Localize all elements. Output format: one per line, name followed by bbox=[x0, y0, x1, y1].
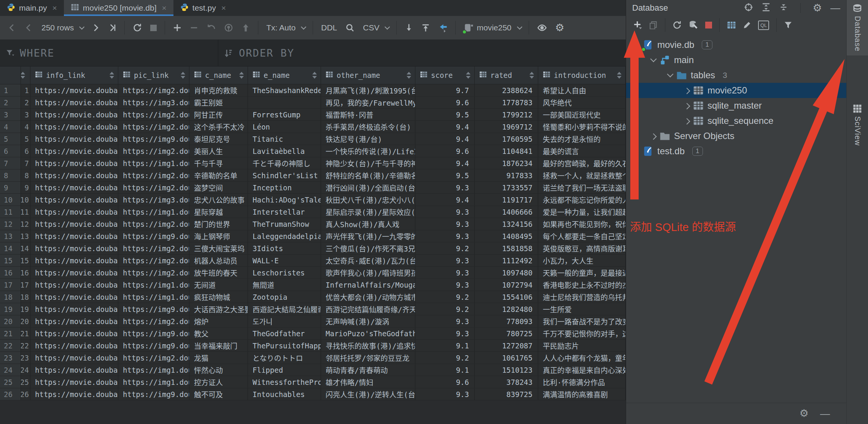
column-header-c_name[interactable]: c_name bbox=[189, 66, 248, 84]
table-cell[interactable]: 917833 bbox=[475, 169, 538, 181]
settings-button[interactable]: ⚙ bbox=[551, 19, 569, 36]
table-cell[interactable]: 1581858 bbox=[475, 242, 538, 254]
open-table-editor-button[interactable] bbox=[723, 17, 739, 33]
table-cell[interactable]: 9.3 bbox=[415, 218, 475, 230]
table-cell[interactable]: Laleggendadelpia… bbox=[248, 230, 321, 242]
table-cell[interactable]: 英俊版憨豆，高情商版谢耳朵 bbox=[538, 242, 626, 254]
table-cell[interactable]: ForrestGump bbox=[248, 109, 321, 120]
next-page-button[interactable] bbox=[87, 19, 104, 36]
expand-all-button[interactable] bbox=[761, 3, 771, 13]
table-cell[interactable]: 每个人都要走一条自己坚定了的 bbox=[538, 230, 626, 242]
table-cell[interactable]: https://img9.dou… bbox=[118, 340, 189, 351]
table-cell[interactable]: 比利·怀德满分作品 bbox=[538, 376, 626, 388]
table-cell[interactable]: 一生所爱 bbox=[538, 303, 626, 315]
table-row[interactable]: 44https://movie.douban…https://img2.dou…… bbox=[0, 121, 626, 133]
filter-datasource-button[interactable] bbox=[781, 17, 796, 33]
table-cell[interactable]: Interstellar bbox=[248, 206, 321, 218]
table-row[interactable]: 22https://movie.douban…https://img3.dou…… bbox=[0, 97, 626, 109]
table-cell[interactable]: 我们一路奋战不是为了改变世界 bbox=[538, 315, 626, 327]
table-cell[interactable]: https://img9.dou… bbox=[118, 327, 189, 339]
table-cell[interactable]: 星际启示录(港)/星际效应(台) bbox=[321, 206, 415, 218]
table-cell[interactable]: 香港电影史上永不过时的杰作 bbox=[538, 279, 626, 291]
stop-connection-button[interactable] bbox=[702, 17, 715, 33]
table-selector[interactable]: movie250 bbox=[459, 19, 525, 36]
page-size-selector[interactable]: 250 rows bbox=[37, 19, 87, 36]
table-cell[interactable]: 如果再也不能见到你，祝你早安 bbox=[538, 218, 626, 230]
table-cell[interactable]: https://movie.douban… bbox=[30, 133, 118, 145]
chevron-right-icon[interactable] bbox=[684, 103, 690, 109]
table-cell[interactable]: https://movie.douban… bbox=[30, 84, 118, 96]
table-cell[interactable]: 控方证人 bbox=[189, 376, 248, 388]
table-cell[interactable]: 1778783 bbox=[475, 97, 538, 108]
table-cell[interactable]: 1112492 bbox=[475, 255, 538, 266]
close-icon[interactable]: × bbox=[52, 3, 57, 13]
search-button[interactable] bbox=[341, 19, 359, 36]
table-cell[interactable]: 9.2 bbox=[415, 303, 475, 315]
table-cell[interactable]: 1406666 bbox=[475, 206, 538, 218]
table-row[interactable]: 66https://movie.douban…https://img2.dou…… bbox=[0, 145, 626, 157]
table-cell[interactable]: 9.1 bbox=[415, 364, 475, 376]
table-cell[interactable]: 一个快乐的传说(港)/LifeIs… bbox=[321, 145, 415, 157]
stop-button[interactable] bbox=[146, 19, 161, 36]
table-cell[interactable]: となりのトトロ bbox=[248, 352, 321, 364]
column-header-pic_link[interactable]: pic_link bbox=[118, 66, 189, 84]
table-cell[interactable]: 1876234 bbox=[475, 157, 538, 169]
table-row[interactable]: 1616https://movie.douban…https://img2.do… bbox=[0, 267, 626, 279]
table-cell[interactable]: 9.2 bbox=[415, 352, 475, 364]
table-cell[interactable]: 教父 bbox=[189, 327, 248, 339]
table-cell[interactable]: 9.3 bbox=[415, 267, 475, 278]
table-cell[interactable]: 1104841 bbox=[475, 145, 538, 157]
edit-button[interactable] bbox=[739, 17, 755, 33]
table-cell[interactable]: 無間道 bbox=[248, 279, 321, 291]
table-cell[interactable]: TheGodfather bbox=[248, 327, 321, 339]
table-row[interactable]: 1717https://movie.douban…https://img1.do… bbox=[0, 279, 626, 291]
table-cell[interactable]: https://img2.dou… bbox=[118, 315, 189, 327]
table-cell[interactable]: 优兽大都会(港)/动物方城市(台 bbox=[321, 291, 415, 303]
tab-main-py[interactable]: main.py × bbox=[0, 0, 64, 16]
table-cell[interactable]: 9.4 bbox=[415, 157, 475, 169]
table-cell[interactable]: 盗梦空间 bbox=[189, 182, 248, 193]
table-cell[interactable]: 9.6 bbox=[415, 97, 475, 108]
table-cell[interactable]: 千与千寻 bbox=[189, 157, 248, 169]
table-cell[interactable]: 泰坦尼克号 bbox=[189, 133, 248, 145]
close-icon[interactable]: × bbox=[162, 3, 167, 13]
table-cell[interactable]: https://movie.douban… bbox=[30, 255, 118, 266]
table-cell[interactable]: 机器人总动员 bbox=[189, 255, 248, 266]
table-cell[interactable]: 9.2 bbox=[415, 291, 475, 303]
table-cell[interactable]: 1324156 bbox=[475, 218, 538, 230]
table-cell[interactable]: 778093 bbox=[475, 315, 538, 327]
table-cell[interactable]: 平民励志片 bbox=[538, 340, 626, 351]
table-cell[interactable]: 寻找快乐的故事(港)/追求快乐 bbox=[321, 340, 415, 351]
where-filter-input[interactable]: WHERE bbox=[0, 40, 218, 66]
table-cell[interactable]: 千と千尋の神隠し bbox=[248, 157, 321, 169]
table-cell[interactable]: 真人Show(港)/真人戏 bbox=[321, 218, 415, 230]
table-cell[interactable]: 最好的宫崎骏，最好的久石让 bbox=[538, 157, 626, 169]
table-cell[interactable]: https://img1.dou… bbox=[118, 364, 189, 376]
collapse-all-button[interactable] bbox=[779, 3, 788, 13]
table-row[interactable]: 55https://movie.douban…https://img9.dou…… bbox=[0, 133, 626, 145]
table-cell[interactable]: 声光伴我飞(港)/一九零零的传奇 bbox=[321, 230, 415, 242]
sort-toggle[interactable] bbox=[239, 72, 244, 79]
table-cell[interactable]: https://img2.dou… bbox=[118, 169, 189, 181]
refresh-button[interactable] bbox=[129, 19, 146, 36]
refresh-datasource-button[interactable] bbox=[669, 17, 685, 33]
table-cell[interactable]: https://movie.douban… bbox=[30, 145, 118, 157]
table-cell[interactable]: 9.7 bbox=[415, 84, 475, 96]
table-cell[interactable]: https://movie.douban… bbox=[30, 121, 118, 133]
sort-toggle[interactable] bbox=[312, 72, 317, 79]
table-cell[interactable]: 1760595 bbox=[475, 133, 538, 145]
order-by-input[interactable]: ORDER BY bbox=[218, 40, 626, 66]
table-row[interactable]: 1111https://movie.douban…https://img1.do… bbox=[0, 206, 626, 218]
tree-item-movie-db[interactable]: movie.db1 bbox=[626, 37, 846, 52]
table-cell[interactable]: 邻居托托罗/邻家的豆豆龙 bbox=[321, 352, 415, 364]
table-cell[interactable]: 3Idiots bbox=[248, 242, 321, 254]
table-cell[interactable]: https://movie.douban… bbox=[30, 327, 118, 339]
table-row[interactable]: 1919https://movie.douban…https://img9.do… bbox=[0, 303, 626, 315]
table-cell[interactable]: 1799212 bbox=[475, 109, 538, 120]
table-cell[interactable]: 9.6 bbox=[415, 376, 475, 388]
table-cell[interactable]: 378243 bbox=[475, 376, 538, 388]
table-cell[interactable]: 一部美国近现代史 bbox=[538, 109, 626, 120]
table-cell[interactable]: Zootopia bbox=[248, 291, 321, 303]
panel-settings-button[interactable]: ⚙ bbox=[813, 3, 822, 13]
table-cell[interactable]: 9.4 bbox=[415, 121, 475, 133]
